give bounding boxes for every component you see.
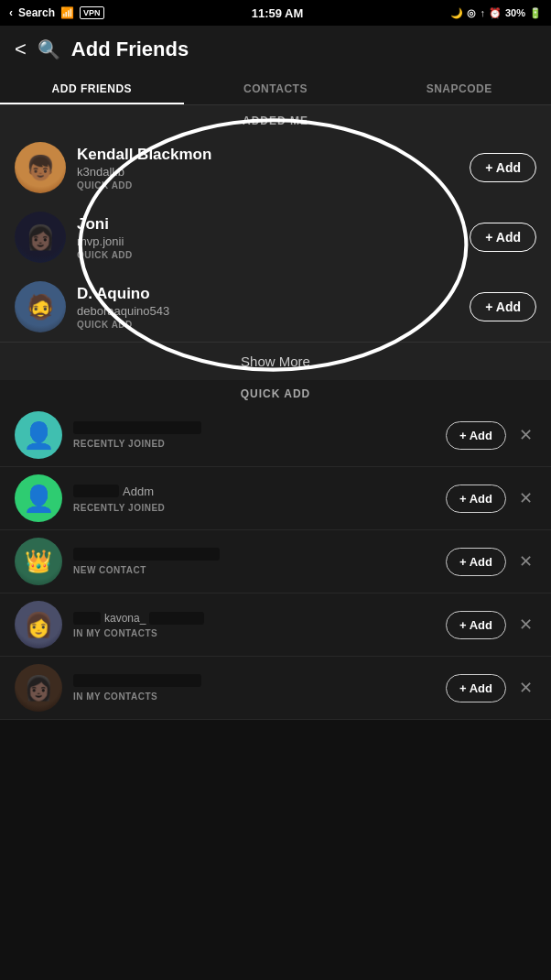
search-status: Search [18, 6, 55, 19]
tab-snapcode-label: SNAPCODE [427, 82, 492, 95]
redacted-name-3 [73, 548, 220, 561]
avatar-qa-4: 👩 [15, 601, 62, 648]
qa-actions-4: + Add ✕ [446, 611, 536, 639]
wifi-icon: 📶 [60, 6, 74, 19]
add-button-aquino[interactable]: + Add [470, 292, 536, 321]
quick-add-label: QUICK ADD [0, 380, 551, 404]
qa-info-5: IN MY CONTACTS [73, 674, 435, 702]
moon-icon: 🌙 [450, 7, 463, 19]
tab-contacts[interactable]: CONTACTS [184, 73, 368, 104]
add-button-qa-5[interactable]: + Add [446, 674, 506, 702]
qa-actions-3: + Add ✕ [446, 548, 536, 576]
status-bar: ‹ Search 📶 VPN 11:59 AM 🌙 ◎ ↑ ⏰ 30% 🔋 [0, 0, 551, 26]
qa-info-4: kavona_ IN MY CONTACTS [73, 612, 435, 638]
avatar-qa-3: 👑 [15, 538, 62, 585]
redacted-name-5 [73, 674, 201, 687]
qa-item-1: 👤 RECENTLY JOINED + Add ✕ [0, 404, 551, 467]
dismiss-button-qa-4[interactable]: ✕ [515, 611, 536, 638]
lady-icon-2: 👩🏿 [24, 674, 53, 702]
friend-item-kendall: 👦🏾 Kendall Blackmon k3ndall.b QUICK ADD … [0, 133, 551, 202]
status-right: 🌙 ◎ ↑ ⏰ 30% 🔋 [450, 7, 542, 19]
friend-item-aquino: 🧔 D. Aquino deboraaquino543 QUICK ADD + … [0, 272, 551, 342]
added-me-section: ADDED ME 👦🏾 Kendall Blackmon k3ndall.b Q… [0, 105, 551, 380]
tabs-bar: ADD FRIENDS CONTACTS SNAPCODE [0, 73, 551, 105]
friend-source-kendall: QUICK ADD [77, 180, 459, 191]
name-area-4: kavona_ [73, 612, 435, 625]
search-icon[interactable]: 🔍 [38, 38, 60, 60]
friend-source-joni: QUICK ADD [77, 250, 459, 260]
add-button-qa-1[interactable]: + Add [446, 421, 506, 450]
silhouette-icon-1: 👤 [23, 420, 55, 451]
redacted-name-1 [73, 421, 201, 434]
silhouette-icon-2: 👤 [23, 484, 55, 514]
friend-source-aquino: QUICK ADD [77, 320, 459, 330]
qa-source-1: RECENTLY JOINED [73, 439, 435, 449]
alarm-icon: ⏰ [489, 7, 502, 19]
qa-source-4: IN MY CONTACTS [73, 628, 435, 638]
clock: 11:59 AM [252, 6, 304, 20]
avatar-joni: 👩🏿 [15, 212, 66, 263]
status-left: ‹ Search 📶 VPN [9, 6, 104, 19]
qa-source-3: NEW CONTACT [73, 565, 435, 575]
friend-info-kendall: Kendall Blackmon k3ndall.b QUICK ADD [77, 146, 459, 191]
redacted-name-2: Addm [73, 485, 435, 498]
qa-actions-1: + Add ✕ [446, 421, 536, 450]
tab-add-friends[interactable]: ADD FRIENDS [0, 73, 184, 104]
qa-item-3: 👑 NEW CONTACT + Add ✕ [0, 530, 551, 593]
avatar-qa-5: 👩🏿 [15, 664, 62, 712]
top-nav: < 🔍 Add Friends [0, 26, 551, 73]
vpn-badge: VPN [80, 6, 104, 19]
dismiss-button-qa-3[interactable]: ✕ [515, 548, 536, 575]
add-button-qa-2[interactable]: + Add [446, 485, 506, 513]
qa-info-3: NEW CONTACT [73, 548, 435, 575]
tab-add-friends-label: ADD FRIENDS [52, 82, 133, 95]
qa-item-5: 👩🏿 IN MY CONTACTS + Add ✕ [0, 657, 551, 720]
avatar-aquino: 🧔 [15, 281, 66, 332]
friend-info-joni: Joni mvp.jonii QUICK ADD [77, 215, 459, 260]
back-button[interactable]: < [15, 38, 27, 61]
qa-source-5: IN MY CONTACTS [73, 691, 435, 702]
battery-text: 30% [505, 7, 525, 18]
lady-icon-1: 👩 [24, 611, 53, 639]
tab-snapcode[interactable]: SNAPCODE [367, 73, 551, 104]
friend-name-aquino: D. Aquino [77, 285, 459, 303]
qa-source-2: RECENTLY JOINED [73, 503, 435, 513]
show-more-button[interactable]: Show More [0, 342, 551, 380]
page-title: Add Friends [71, 38, 189, 61]
add-button-qa-3[interactable]: + Add [446, 548, 506, 576]
friend-name-kendall: Kendall Blackmon [77, 146, 459, 164]
friend-username-kendall: k3ndall.b [77, 165, 459, 179]
qa-item-2: 👤 Addm RECENTLY JOINED + Add ✕ [0, 467, 551, 530]
friend-username-aquino: deboraaquino543 [77, 304, 459, 318]
back-indicator: ‹ [9, 6, 13, 19]
dismiss-button-qa-2[interactable]: ✕ [515, 485, 536, 512]
added-me-label: ADDED ME [0, 105, 551, 133]
friend-username-joni: mvp.jonii [77, 234, 459, 248]
dismiss-button-qa-5[interactable]: ✕ [515, 674, 536, 702]
add-button-kendall[interactable]: + Add [470, 153, 536, 182]
add-button-joni[interactable]: + Add [470, 223, 536, 252]
friend-info-aquino: D. Aquino deboraaquino543 QUICK ADD [77, 285, 459, 330]
avatar-qa-2: 👤 [15, 474, 62, 522]
location-icon: ◎ [467, 7, 476, 19]
avatar-qa-1: 👤 [15, 411, 62, 459]
friend-item-joni: 👩🏿 Joni mvp.jonii QUICK ADD + Add [0, 202, 551, 272]
tab-contacts-label: CONTACTS [243, 82, 308, 95]
battery-icon: 🔋 [529, 7, 542, 19]
crown-icon: 👑 [25, 549, 52, 574]
friend-name-joni: Joni [77, 215, 459, 234]
arrow-icon: ↑ [480, 7, 485, 18]
add-button-qa-4[interactable]: + Add [446, 611, 506, 639]
qa-info-1: RECENTLY JOINED [73, 421, 435, 449]
avatar-kendall: 👦🏾 [15, 142, 66, 193]
dismiss-button-qa-1[interactable]: ✕ [515, 421, 536, 449]
qa-actions-2: + Add ✕ [446, 485, 536, 513]
qa-info-2: Addm RECENTLY JOINED [73, 485, 435, 513]
qa-item-4: 👩 kavona_ IN MY CONTACTS + Add ✕ [0, 593, 551, 657]
qa-actions-5: + Add ✕ [446, 674, 536, 702]
